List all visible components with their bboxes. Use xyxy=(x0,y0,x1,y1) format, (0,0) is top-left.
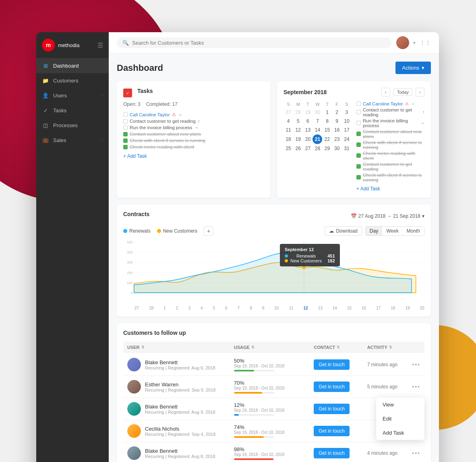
calendar-day[interactable]: 12 xyxy=(293,126,303,134)
calendar-day[interactable]: 17 xyxy=(342,126,352,134)
contact-button[interactable]: Get in touch xyxy=(314,382,350,392)
task-link[interactable]: Call Caroline Taylor xyxy=(130,112,170,117)
calendar-today-button[interactable]: Today xyxy=(393,89,412,96)
task-checkbox[interactable] xyxy=(356,101,361,106)
calendar-day[interactable]: 29 xyxy=(322,144,332,153)
calendar-day[interactable]: 5 xyxy=(293,117,303,126)
calendar-day[interactable]: 27 xyxy=(284,108,293,117)
contact-button[interactable]: Get in touch xyxy=(314,448,350,458)
calendar-day[interactable]: 13 xyxy=(303,126,313,134)
sidebar-item-dashboard[interactable]: ⊞ Dashboard xyxy=(36,58,109,73)
task-stats: Open: 3 Completed: 17 xyxy=(123,101,264,107)
task-checkbox[interactable] xyxy=(356,153,361,158)
context-edit[interactable]: Edit xyxy=(376,412,424,426)
sidebar-item-customers[interactable]: 📁 Customers xyxy=(36,73,109,88)
contact-button[interactable]: Get in touch xyxy=(314,359,350,370)
task-checkbox[interactable] xyxy=(123,138,128,143)
hamburger-icon[interactable]: ☰ xyxy=(97,41,103,49)
calendar-day[interactable]: 16 xyxy=(332,126,342,134)
calendar-day[interactable]: 29 xyxy=(303,108,313,117)
more-options-button[interactable]: ••• xyxy=(412,361,420,368)
calendar-day[interactable]: 9 xyxy=(332,117,342,126)
view-week-button[interactable]: Week xyxy=(382,227,402,235)
calendar-day[interactable]: 6 xyxy=(303,117,313,126)
calendar-day[interactable]: 8 xyxy=(322,117,332,126)
actions-button[interactable]: Actions xyxy=(395,62,431,74)
processes-icon: ◫ xyxy=(42,122,49,128)
calendar-day[interactable]: 7 xyxy=(313,117,322,126)
calendar-day[interactable]: 28 xyxy=(293,108,303,117)
task-checkbox[interactable] xyxy=(123,119,128,124)
cal-task-link[interactable]: Call Caroline Taylor xyxy=(363,101,403,106)
calendar-day[interactable]: 28 xyxy=(313,144,322,153)
calendar-card: September 2018 ‹ Today › xyxy=(277,81,431,198)
more-options-button[interactable]: ••• xyxy=(412,384,420,390)
calendar-day[interactable]: 18 xyxy=(284,134,293,144)
calendar-day[interactable]: 3 xyxy=(342,108,352,117)
calendar-day[interactable]: 11 xyxy=(284,126,293,134)
dropdown-icon[interactable]: ▾ xyxy=(422,213,424,219)
sidebar-item-sales[interactable]: 💼 Sales › xyxy=(36,133,109,148)
download-button[interactable]: ☁ Download xyxy=(325,226,362,236)
task-checkbox[interactable] xyxy=(123,126,128,130)
calendar-day[interactable]: 2 xyxy=(332,108,342,117)
calendar-day[interactable]: 19 xyxy=(293,134,303,144)
calendar-day[interactable]: 21 xyxy=(313,134,322,144)
task-checkbox[interactable] xyxy=(356,110,361,114)
logo-text: methodia xyxy=(58,42,79,48)
calendar-day[interactable]: 23 xyxy=(332,134,342,144)
settings-icon[interactable]: ⋮⋮ xyxy=(420,39,431,46)
cal-day-header: T xyxy=(322,101,332,108)
calendar-day[interactable]: 30 xyxy=(313,108,322,117)
calendar-day[interactable]: 10 xyxy=(342,117,352,126)
col-user[interactable]: USER ⇅ xyxy=(127,345,234,350)
task-checkbox[interactable] xyxy=(356,164,361,169)
calendar-day[interactable]: 25 xyxy=(284,144,293,153)
chevron-right-icon: › xyxy=(102,138,103,142)
add-legend-button[interactable]: + xyxy=(204,226,213,236)
calendar-day[interactable]: 30 xyxy=(332,144,342,153)
calendar-day[interactable]: 27 xyxy=(303,144,313,153)
dashboard-icon: ⊞ xyxy=(42,63,49,69)
context-add-task[interactable]: Add Task xyxy=(376,426,424,440)
calendar-day[interactable]: 15 xyxy=(322,126,332,134)
contact-button[interactable]: Get in touch xyxy=(314,404,350,414)
context-view[interactable]: View xyxy=(376,398,424,412)
calendar-day[interactable]: 1 xyxy=(322,108,332,117)
calendar-day[interactable]: 26 xyxy=(293,144,303,153)
more-options-button[interactable]: ••• xyxy=(412,450,420,456)
view-month-button[interactable]: Month xyxy=(403,227,424,235)
svg-text:300: 300 xyxy=(127,260,132,264)
col-activity[interactable]: ACTIVITY ⇅ xyxy=(367,345,420,350)
calendar-day[interactable]: 31 xyxy=(342,144,352,153)
svg-point-13 xyxy=(302,248,306,252)
sidebar-item-tasks[interactable]: ✓ Tasks xyxy=(36,103,109,118)
task-checkbox[interactable] xyxy=(123,145,128,149)
search-input[interactable] xyxy=(132,40,386,46)
task-checkbox[interactable] xyxy=(356,132,361,136)
calendar-day[interactable]: 20 xyxy=(303,134,313,144)
task-checkbox[interactable] xyxy=(356,121,361,125)
user-menu-icon[interactable]: ▾ xyxy=(413,40,416,45)
calendar-prev-button[interactable]: ‹ xyxy=(381,88,390,97)
calendar-day[interactable]: 24 xyxy=(342,134,352,144)
view-day-button[interactable]: Day xyxy=(366,227,382,235)
contact-button[interactable]: Get in touch xyxy=(314,426,350,436)
calendar-next-button[interactable]: › xyxy=(416,88,424,97)
calendar-day[interactable]: 14 xyxy=(313,126,322,134)
task-checkbox[interactable] xyxy=(123,132,128,136)
calendar-day[interactable]: 4 xyxy=(284,117,293,126)
task-checkbox[interactable] xyxy=(356,142,361,147)
sort-icon: ⇅ xyxy=(251,345,255,349)
sidebar-item-users[interactable]: 👤 Users › xyxy=(36,88,109,103)
sidebar-item-processes[interactable]: ◫ Processes xyxy=(36,118,109,133)
user-sub: Recurring | Registered: Sep 9, 2018 xyxy=(145,388,215,392)
task-checkbox[interactable] xyxy=(356,175,361,179)
add-task-button[interactable]: + Add Task xyxy=(123,153,264,159)
col-usage[interactable]: USAGE ⇅ xyxy=(234,345,314,350)
task-checkbox[interactable] xyxy=(123,112,128,117)
col-contact[interactable]: CONTACT ⇅ xyxy=(314,345,367,350)
calendar-day[interactable]: 22 xyxy=(322,134,332,144)
sidebar-item-label: Users xyxy=(53,93,67,99)
cal-add-task-button[interactable]: + Add Task xyxy=(356,186,424,192)
